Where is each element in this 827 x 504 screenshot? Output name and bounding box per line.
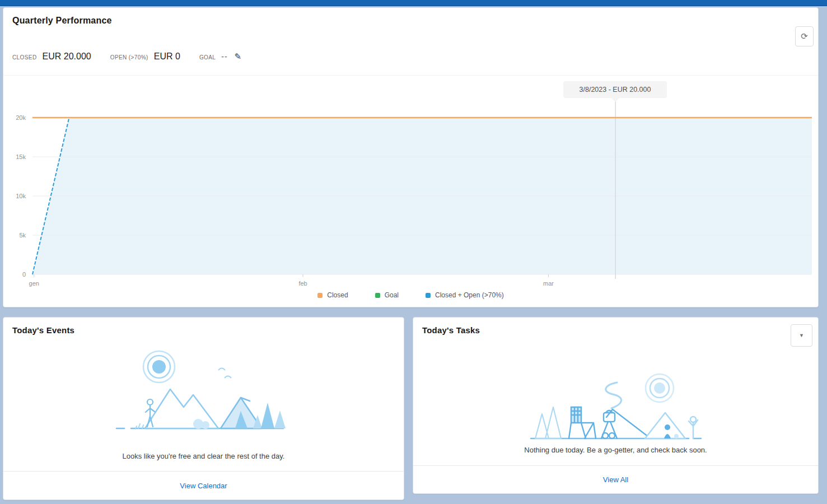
stat-goal-label: GOAL — [199, 54, 216, 60]
refresh-button[interactable]: ⟳ — [795, 26, 814, 46]
performance-card-title: Quarterly Performance — [12, 16, 112, 26]
campsite-scene-illustration — [526, 354, 705, 444]
performance-stats-row: CLOSED EUR 20.000 OPEN (>70%) EUR 0 GOAL… — [12, 52, 241, 62]
refresh-icon: ⟳ — [801, 31, 808, 41]
stat-open: OPEN (>70%) EUR 0 — [110, 52, 180, 62]
camping-scene-illustration — [114, 344, 293, 433]
edit-goal-pencil-icon[interactable]: ✎ — [235, 52, 242, 60]
svg-text:mar: mar — [543, 280, 554, 287]
svg-text:feb: feb — [298, 280, 307, 287]
legend-swatch-closed-open — [426, 293, 431, 298]
legend-item-closed-open[interactable]: Closed + Open (>70%) — [426, 291, 504, 299]
svg-text:10k: 10k — [16, 193, 26, 199]
chevron-down-icon: ▼ — [799, 333, 804, 338]
tasks-card-footer: View All — [413, 465, 818, 493]
legend-item-closed[interactable]: Closed — [317, 291, 348, 299]
legend-label-closed-open: Closed + Open (>70%) — [435, 291, 504, 299]
legend-swatch-closed — [317, 293, 323, 298]
chart-tooltip: 3/8/2023 - EUR 20.000 — [563, 81, 667, 98]
stat-goal: GOAL -- ✎ — [199, 52, 241, 61]
performance-chart[interactable]: 05k10k15k20kgenfebmar — [3, 81, 819, 291]
events-card-footer: View Calendar — [3, 471, 404, 500]
stat-open-value: EUR 0 — [154, 52, 180, 62]
todays-tasks-card: Today's Tasks ▼ — [413, 317, 819, 494]
svg-text:15k: 15k — [16, 153, 26, 160]
browser-top-bar — [0, 0, 827, 6]
legend-swatch-goal — [375, 293, 380, 298]
stat-closed-value: EUR 20.000 — [43, 52, 91, 62]
legend-label-goal: Goal — [385, 291, 399, 299]
svg-text:gen: gen — [29, 280, 39, 287]
tasks-empty-message: Nothing due today. Be a go-getter, and c… — [413, 446, 818, 454]
quarterly-performance-card: Quarterly Performance ⟳ CLOSED EUR 20.00… — [3, 7, 819, 307]
legend-item-goal[interactable]: Goal — [375, 291, 399, 299]
tasks-card-title: Today's Tasks — [422, 325, 480, 335]
stat-open-label: OPEN (>70%) — [110, 54, 148, 60]
view-calendar-link[interactable]: View Calendar — [180, 482, 227, 490]
stat-closed: CLOSED EUR 20.000 — [12, 52, 91, 62]
tasks-empty-illustration — [526, 354, 705, 446]
svg-text:5k: 5k — [19, 232, 26, 239]
stat-goal-value: -- — [221, 52, 227, 61]
dashboard-page: Quarterly Performance ⟳ CLOSED EUR 20.00… — [0, 0, 827, 504]
events-card-title: Today's Events — [12, 325, 74, 335]
events-empty-message: Looks like you're free and clear the res… — [3, 452, 404, 460]
events-empty-illustration — [114, 344, 293, 435]
tasks-menu-button[interactable]: ▼ — [791, 324, 812, 347]
view-all-link[interactable]: View All — [603, 475, 628, 484]
legend-label-closed: Closed — [327, 291, 348, 299]
todays-events-card: Today's Events — [3, 317, 404, 500]
chart-legend: Closed Goal Closed + Open (>70%) — [3, 291, 818, 299]
svg-text:0: 0 — [22, 271, 26, 278]
stat-closed-label: CLOSED — [12, 54, 37, 60]
svg-text:20k: 20k — [16, 114, 26, 121]
header-divider — [3, 75, 818, 76]
